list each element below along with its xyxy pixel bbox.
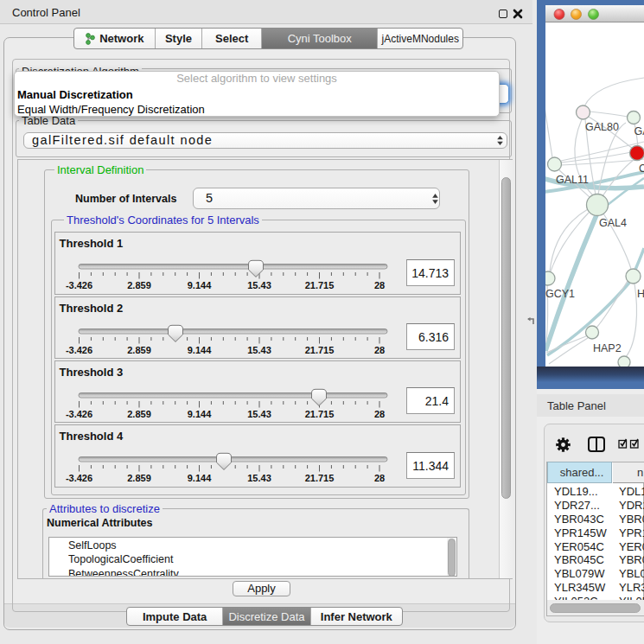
svg-text:28: 28 (374, 473, 385, 483)
svg-text:GA: GA (634, 125, 644, 137)
svg-text:GAL80: GAL80 (585, 121, 619, 133)
svg-text:2.859: 2.859 (127, 344, 151, 354)
svg-text:HAP2: HAP2 (593, 342, 622, 354)
svg-text:2.859: 2.859 (127, 473, 151, 483)
svg-text:GAL4: GAL4 (599, 217, 627, 229)
svg-text:28: 28 (374, 408, 385, 418)
svg-text:-3.426: -3.426 (66, 280, 92, 290)
svg-text:GAL11: GAL11 (556, 174, 589, 186)
svg-text:9.144: 9.144 (188, 408, 212, 418)
svg-text:2.859: 2.859 (127, 408, 151, 418)
svg-text:15.43: 15.43 (247, 344, 271, 354)
svg-text:-3.426: -3.426 (66, 344, 92, 354)
svg-text:-3.426: -3.426 (66, 473, 92, 483)
svg-text:21.715: 21.715 (305, 280, 335, 290)
svg-text:28: 28 (374, 344, 385, 354)
svg-text:21.715: 21.715 (305, 473, 335, 483)
svg-text:21.715: 21.715 (305, 344, 335, 354)
svg-text:28: 28 (374, 280, 385, 290)
svg-text:C: C (639, 163, 644, 175)
svg-text:HA: HA (637, 288, 644, 300)
svg-text:GCY1: GCY1 (545, 288, 575, 300)
svg-text:9.144: 9.144 (188, 344, 212, 354)
svg-text:9.144: 9.144 (188, 280, 212, 290)
svg-text:9.144: 9.144 (188, 473, 212, 483)
svg-text:15.43: 15.43 (247, 280, 271, 290)
svg-text:15.43: 15.43 (247, 473, 271, 483)
svg-text:21.715: 21.715 (305, 408, 335, 418)
svg-text:15.43: 15.43 (247, 408, 271, 418)
svg-text:2.859: 2.859 (127, 280, 151, 290)
svg-text:-3.426: -3.426 (66, 408, 92, 418)
